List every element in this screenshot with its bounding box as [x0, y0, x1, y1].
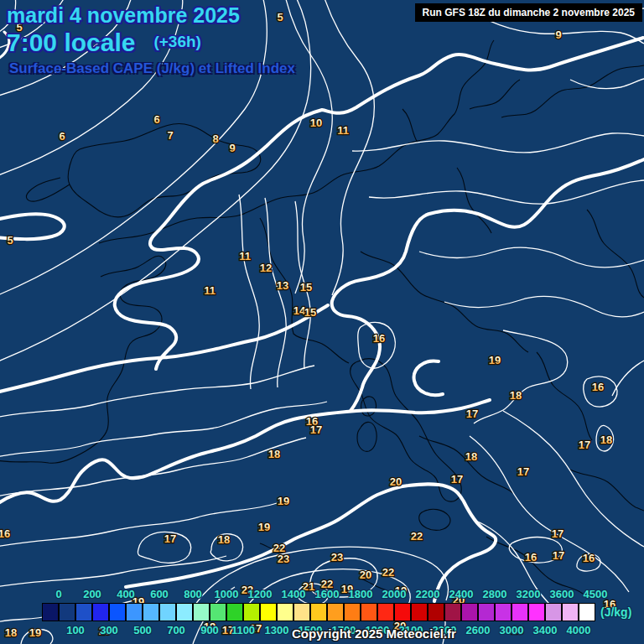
contour-value-label: 23: [331, 551, 343, 564]
contour-value-labels-layer: 5596678910115111213151415111619181617181…: [0, 11, 615, 639]
contour-value-label: 17: [466, 408, 478, 420]
forecast-hour-offset: (+36h): [153, 34, 201, 49]
contour-value-label: 6: [153, 113, 159, 126]
color-scale-cell: [210, 603, 226, 621]
contour-value-label: 11: [204, 284, 216, 297]
color-scale-tick: 1400: [282, 588, 306, 600]
color-scale-cell: [394, 603, 411, 621]
color-scale-tick: 1600: [315, 588, 340, 600]
color-scale-tick: 1100: [231, 624, 255, 636]
color-scale-cell: [159, 603, 176, 621]
map-parameter-title: Surface-Based CAPE (J/kg) et Lifted Inde…: [9, 61, 295, 75]
contour-value-label: 13: [277, 279, 288, 292]
color-scale-cell: [428, 603, 444, 621]
color-scale-cell: [512, 603, 528, 621]
contour-value-label: 16: [525, 551, 537, 564]
color-scale-tick: 2200: [416, 588, 440, 600]
contour-value-label: 18: [5, 626, 17, 639]
contour-value-label: 17: [517, 465, 529, 478]
contour-value-label: 20: [390, 475, 402, 488]
contour-value-label: 5: [7, 234, 13, 247]
contour-value-label: 9: [229, 142, 235, 154]
copyright-text: Copyright 2025 Meteociel.fr: [292, 626, 456, 641]
color-scale-tick: 1300: [265, 624, 289, 636]
color-scale-cell: [293, 603, 310, 621]
forecast-time-row: 7:00 locale (+36h): [7, 30, 201, 55]
contour-value-label: 7: [167, 129, 173, 142]
contour-value-label: 10: [310, 117, 322, 129]
color-scale-tick: 1000: [215, 588, 239, 600]
color-scale-cell: [277, 603, 293, 621]
contour-value-label: 17: [552, 527, 564, 540]
color-scale-cell: [528, 603, 545, 621]
contour-value-label: 16: [0, 527, 10, 540]
color-scale-cell: [143, 603, 159, 621]
color-scale-cell: [109, 603, 126, 621]
color-scale-cell: [344, 603, 361, 621]
contour-value-label: 6: [59, 130, 65, 143]
contour-thin-layer: [0, 0, 644, 644]
contour-value-label: 19: [278, 495, 289, 507]
color-scale-cell: [411, 603, 428, 621]
contour-value-label: 18: [510, 389, 522, 402]
contour-value-label: 16: [592, 381, 604, 393]
color-scale-cell: [562, 603, 579, 621]
color-scale-cell: [59, 603, 75, 621]
color-scale-tick: 700: [167, 624, 185, 636]
color-scale-tick: 2800: [483, 588, 507, 600]
contour-value-label: 12: [260, 262, 272, 274]
color-scale-cell: [193, 603, 210, 621]
contour-value-label: 22: [382, 566, 394, 579]
color-scale-tick: 4000: [567, 624, 591, 636]
contour-value-label: 19: [489, 354, 501, 366]
contour-value-label: 17: [553, 549, 564, 562]
color-scale-tick: 3200: [517, 588, 541, 600]
color-scale-cell: [361, 603, 377, 621]
color-scale-tick: 2400: [449, 588, 474, 600]
color-scale-cell: [75, 603, 92, 621]
contour-value-label: 15: [304, 306, 316, 319]
color-scale-tick: 3600: [550, 588, 574, 600]
contour-value-label: 9: [555, 29, 561, 41]
contour-value-label: 16: [373, 332, 385, 345]
color-scale-tick: 4500: [584, 588, 608, 600]
color-scale-tick: 3400: [533, 624, 558, 636]
color-scale-cell: [176, 603, 193, 621]
color-scale-cell: [327, 603, 344, 621]
contour-value-label: 8: [212, 132, 218, 145]
contour-value-label: 18: [465, 450, 477, 463]
forecast-local-time: 7:00 locale: [7, 30, 135, 55]
color-scale-cell: [461, 603, 478, 621]
color-scale-cell: [377, 603, 394, 621]
color-scale-cell: [42, 603, 59, 621]
contour-value-label: 17: [451, 473, 463, 486]
color-scale-tick: 3000: [500, 624, 524, 636]
contour-value-label: 17: [579, 439, 590, 451]
color-scale-tick: 600: [150, 588, 169, 600]
contour-value-label: 18: [600, 434, 612, 446]
color-scale-cell: [495, 603, 512, 621]
contour-value-label: 20: [360, 569, 371, 581]
meteociel-cape-map-page: 5596678910115111213151415111619181617181…: [0, 0, 644, 644]
weather-map-canvas[interactable]: 5596678910115111213151415111619181617181…: [0, 0, 644, 644]
forecast-date: mardi 4 novembre 2025: [7, 5, 240, 26]
color-scale-cell: [126, 603, 143, 621]
cape-unit-label: (J/kg): [600, 605, 631, 619]
contour-value-label: 18: [218, 533, 230, 546]
color-scale-tick: 400: [117, 588, 135, 600]
color-scale-cell: [444, 603, 461, 621]
contour-value-label: 19: [258, 521, 270, 533]
contour-value-label: 18: [268, 448, 280, 460]
contour-value-label: 11: [337, 124, 349, 137]
color-scale-cell: [545, 603, 562, 621]
contour-value-label: 23: [278, 553, 289, 565]
model-run-badge: Run GFS 18Z du dimanche 2 novembre 2025: [415, 3, 642, 22]
color-scale-tick: 2000: [382, 588, 407, 600]
color-scale-cell: [478, 603, 495, 621]
color-scale-tick: 300: [100, 624, 118, 636]
color-scale-tick: 800: [184, 588, 202, 600]
color-scale-cell: [260, 603, 277, 621]
color-scale-tick: 900: [200, 624, 219, 636]
contour-value-label: 17: [310, 423, 322, 436]
contour-value-label: 5: [277, 11, 283, 23]
